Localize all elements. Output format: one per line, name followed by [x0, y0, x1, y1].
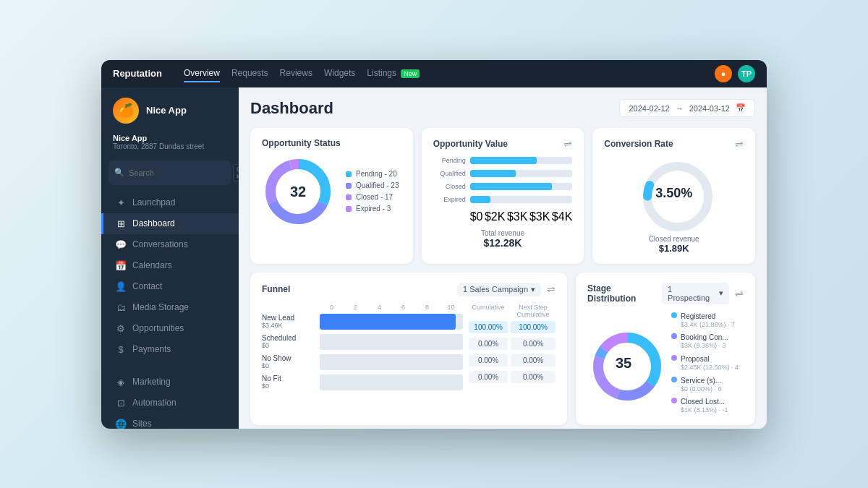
- hbar-label-qualified: Qualified: [433, 170, 466, 177]
- main-layout: 🍊 Nice App Nice App Toronto, 2887 Dundas…: [101, 87, 767, 429]
- stage-item-registered: Registered $3.4K (21.88%) · 7: [671, 312, 744, 330]
- sidebar-item-marketing[interactable]: ◈ Marketing: [101, 372, 239, 393]
- date-range-picker[interactable]: 2024-02-12 → 2024-03-12 📅: [619, 99, 755, 117]
- settings-icon[interactable]: ⇌: [735, 138, 744, 150]
- funnel-settings-icon[interactable]: ⇌: [547, 283, 556, 295]
- funnel-dropdown[interactable]: 1 Sales Campaign ▾: [457, 283, 541, 296]
- sidebar-item-contact[interactable]: 👤 Contact: [101, 276, 239, 297]
- total-value: $12.28K: [433, 237, 573, 249]
- hbar-track: [470, 157, 573, 164]
- proposal-dot: [671, 355, 677, 361]
- search-input[interactable]: [129, 168, 229, 177]
- hbar-track: [470, 170, 573, 177]
- sidebar-item-payments[interactable]: $ Payments: [101, 339, 239, 360]
- axis-4: 4: [367, 304, 391, 311]
- launchpad-icon: ✦: [115, 197, 127, 208]
- nav-requests[interactable]: Requests: [231, 65, 268, 82]
- sidebar-item-dashboard[interactable]: ⊞ Dashboard: [101, 213, 239, 234]
- settings-icon[interactable]: ⇌: [563, 138, 572, 150]
- funnel-metrics: Cumulative Next Step Cumulative 100.00% …: [469, 304, 556, 383]
- funnel-label: No Show $0: [262, 354, 315, 369]
- app-name: Nice App: [146, 105, 187, 116]
- funnel-bar-track: [320, 354, 463, 370]
- notification-icon[interactable]: ●: [715, 65, 732, 82]
- conversations-icon: 💬: [115, 239, 127, 250]
- qualified-label: Qualified - 23: [356, 181, 399, 189]
- sidebar-item-label: Calendars: [132, 260, 172, 270]
- donut-center-value: 32: [290, 183, 306, 200]
- conversion-content: 3.50% Closed revenue $1.89K: [604, 157, 744, 254]
- card-title: Conversion Rate: [604, 139, 673, 149]
- legend-closed: Closed - 17: [346, 193, 399, 201]
- sidebar-item-label: Marketing: [132, 377, 171, 387]
- gauge-center: 3.50%: [655, 185, 692, 200]
- legend-pending: Pending - 20: [346, 170, 399, 178]
- gauge-percent: 3.50%: [655, 185, 692, 200]
- stage-dropdown[interactable]: 1 Prospecting ▾: [662, 283, 729, 304]
- brand-name: Reputation: [113, 68, 162, 79]
- sidebar-item-label: Launchpad: [132, 197, 175, 207]
- sidebar-item-sites[interactable]: 🌐 Sites: [101, 414, 239, 429]
- axis-8: 8: [415, 304, 439, 311]
- hbar-track: [470, 183, 573, 190]
- sidebar-item-automation[interactable]: ⊡ Automation: [101, 393, 239, 414]
- nextstep-val: 0.00%: [511, 338, 556, 350]
- sidebar-item-launchpad[interactable]: ✦ Launchpad: [101, 192, 239, 213]
- stage-settings-icon[interactable]: ⇌: [735, 288, 744, 299]
- sidebar-logo-area: 🍊 Nice App: [101, 87, 239, 131]
- opportunity-status-card: Opportunity Status: [250, 128, 413, 264]
- funnel-bars-area: 0 2 4 6 8 10 New Lead: [262, 304, 463, 395]
- card-title: Opportunity Status: [262, 138, 341, 148]
- conversion-sub: Closed revenue $1.89K: [649, 235, 699, 254]
- sidebar-item-media-storage[interactable]: 🗂 Media Storage: [101, 297, 239, 318]
- hbar-pending: Pending: [433, 157, 573, 164]
- nav-reviews[interactable]: Reviews: [280, 65, 312, 82]
- funnel-bar-fill: [320, 314, 456, 330]
- opportunity-value-card: Opportunity Value ⇌ Pending Qualified: [422, 128, 584, 264]
- metric-row-4: 0.00% 0.00%: [469, 371, 556, 383]
- nav-overview[interactable]: Overview: [184, 65, 220, 82]
- sidebar-item-label: Contact: [132, 281, 162, 291]
- axis-10: 10: [439, 304, 463, 311]
- x-label: $2K: [485, 210, 505, 223]
- total-revenue: Total revenue $12.28K: [433, 229, 573, 249]
- sidebar-item-label: Payments: [132, 344, 171, 354]
- funnel-row-new-lead: New Lead $3.46K: [262, 314, 463, 330]
- cumulative-val: 100.00%: [469, 321, 508, 333]
- nextstep-val: 100.00%: [511, 321, 556, 333]
- closed-lost-dot: [671, 398, 677, 403]
- conversion-rate-card: Conversion Rate ⇌ 3.50%: [592, 128, 755, 264]
- top-nav-icons: ● TP: [715, 65, 755, 82]
- cumulative-header: Cumulative: [469, 304, 508, 318]
- stage-title: Stage Distribution: [587, 283, 662, 304]
- dashboard-icon: ⊞: [115, 218, 127, 229]
- search-icon: 🔍: [114, 168, 124, 177]
- x-label: $4K: [552, 210, 572, 223]
- sidebar-search[interactable]: 🔍 Ctrl K +: [109, 160, 231, 185]
- account-address: Toronto, 2887 Dundas street: [113, 142, 227, 150]
- nav-listings[interactable]: Listings New: [367, 65, 420, 82]
- sidebar-item-label: Media Storage: [132, 302, 189, 312]
- row-name: No Fit: [262, 374, 315, 382]
- stage-item-closed-lost: Closed Lost... $1K (3.13%) · -1: [671, 397, 744, 415]
- total-label: Total revenue: [433, 229, 573, 237]
- funnel-label: New Lead $3.46K: [262, 314, 315, 329]
- nav-widgets[interactable]: Widgets: [324, 65, 355, 82]
- cumulative-val: 0.00%: [469, 354, 508, 367]
- sidebar-item-calendars[interactable]: 📅 Calendars: [101, 255, 239, 276]
- stage-item-service: Service (s)... $0 (0.00%) · 0: [671, 376, 744, 394]
- sidebar-item-conversations[interactable]: 💬 Conversations: [101, 234, 239, 255]
- chevron-down-icon: ▾: [531, 285, 535, 294]
- sidebar-item-opportunities[interactable]: ⚙ Opportunities: [101, 318, 239, 339]
- hbar-fill: [470, 196, 490, 203]
- content-header: Dashboard 2024-02-12 → 2024-03-12 📅: [250, 99, 755, 118]
- service-dot: [671, 377, 677, 382]
- user-avatar-icon[interactable]: TP: [738, 65, 755, 82]
- hbar-label-closed: Closed: [433, 183, 466, 190]
- closed-dot: [346, 194, 352, 200]
- search-shortcut: Ctrl K: [233, 164, 239, 181]
- account-name: Nice App: [113, 134, 227, 142]
- x-label: $3K: [529, 210, 550, 223]
- row-value: $0: [262, 382, 315, 390]
- x-label: $3K: [507, 210, 527, 223]
